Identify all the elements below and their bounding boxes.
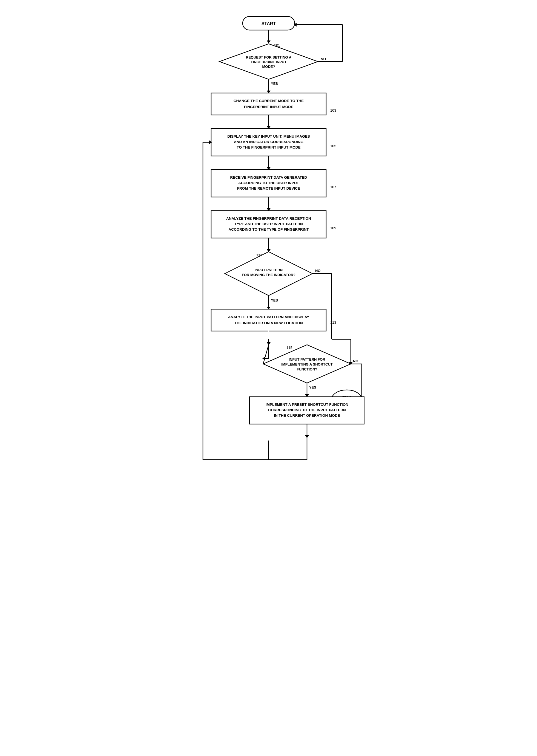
process-109-line2: TYPE AND THE USER INPUT PATTERN bbox=[234, 222, 303, 226]
decision-101-line1: REQUEST FOR SETTING A bbox=[246, 55, 291, 59]
process-105-line3: TO THE FINGERPRINT INPUT MODE bbox=[237, 145, 300, 149]
process-105-line2: AND AN INDICATOR CORRESPONDING bbox=[233, 140, 303, 144]
decision-111-line1: INPUT PATTERN bbox=[254, 268, 282, 272]
svg-marker-2 bbox=[267, 41, 270, 43]
process-117-line1: IMPLEMENT A PRESET SHORTCUT FUNCTION bbox=[266, 402, 348, 407]
process-109-line3: ACCORDING TO THE TYPE OF FINGERPRINT bbox=[228, 227, 309, 232]
decision-101-line3: MODE? bbox=[262, 64, 275, 69]
step-103-label: 103 bbox=[330, 108, 336, 112]
process-107-line2: ACCORDING TO THE USER INPUT bbox=[238, 181, 299, 185]
step-107-label: 107 bbox=[330, 185, 336, 189]
label-115-no: NO bbox=[353, 359, 358, 363]
process-109-line1: ANALYZE THE FINGERPRINT DATA RECEPTION bbox=[226, 216, 311, 220]
decision-111-line2: FOR MOVING THE INDICATOR? bbox=[242, 273, 296, 277]
label-101-yes: YES bbox=[271, 82, 278, 86]
svg-rect-27 bbox=[211, 309, 326, 331]
process-113-line2: THE INDICATOR ON A NEW LOCATION bbox=[234, 321, 303, 325]
svg-marker-29 bbox=[267, 342, 270, 345]
step-109-label: 109 bbox=[330, 226, 336, 230]
svg-line-31 bbox=[263, 345, 268, 364]
process-103-line1: CHANGE THE CURRENT MODE TO THE bbox=[233, 99, 304, 103]
decision-101-line2: FINGERPRINT INPUT bbox=[251, 60, 286, 64]
flowchart: START 101 REQUEST FOR SETTING A FINGERPR… bbox=[173, 6, 364, 756]
label-101-no: NO bbox=[321, 57, 326, 61]
step-113-label: 113 bbox=[330, 321, 336, 324]
process-117-line2: CORRESPONDING TO THE INPUT PATTERN bbox=[268, 408, 346, 412]
process-117-line3: IN THE CURRENT OPERATION MODE bbox=[274, 413, 340, 418]
process-113-line1: ANALYZE THE INPUT PATTERN AND DISPLAY bbox=[228, 315, 309, 319]
process-103-line2: FINGERPRINT INPUT MODE bbox=[244, 105, 293, 109]
step-105-label: 105 bbox=[330, 144, 336, 148]
label-115-yes: YES bbox=[309, 385, 316, 389]
svg-rect-10 bbox=[211, 93, 326, 115]
step-115-label: 115 bbox=[286, 346, 292, 350]
start-label: START bbox=[261, 21, 275, 26]
label-111-yes: YES bbox=[271, 298, 278, 302]
decision-115-line1: INPUT PATTERN FOR bbox=[289, 357, 325, 361]
svg-marker-46 bbox=[305, 435, 309, 438]
process-105-line1: DISPLAY THE KEY INPUT UNIT, MENU IMAGES bbox=[227, 134, 310, 138]
diagram-svg: START 101 REQUEST FOR SETTING A FINGERPR… bbox=[173, 11, 364, 750]
process-107-line3: FROM THE REMOTE INPUT DEVICE bbox=[237, 186, 300, 190]
decision-115-line2: IMPLEMENTING A SHORTCUT bbox=[281, 362, 333, 366]
process-107-line1: RECEIVE FINGERPRINT DATA GENERATED bbox=[230, 175, 307, 179]
label-111-no: NO bbox=[315, 269, 321, 273]
decision-115-line3: FUNCTION? bbox=[297, 367, 317, 371]
